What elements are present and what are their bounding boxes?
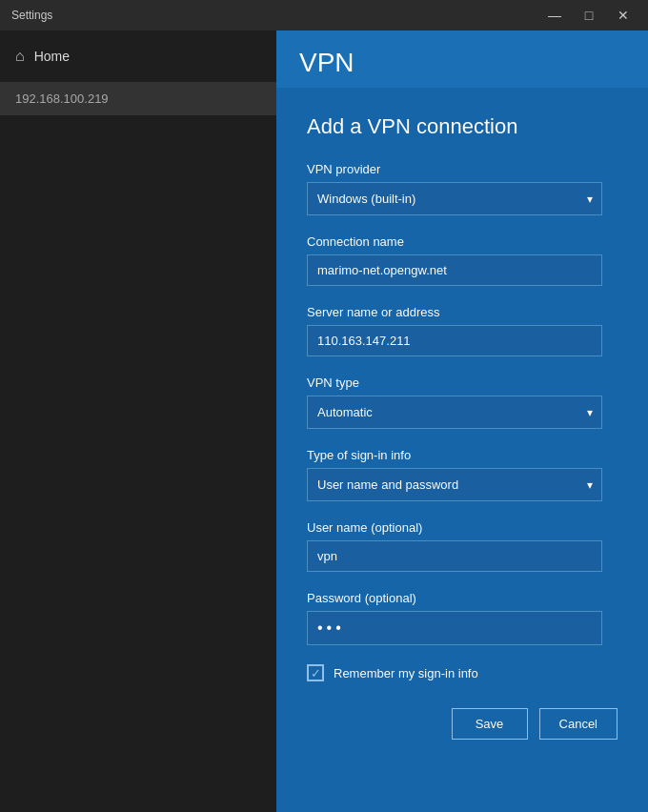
- remember-signin-row: ✓ Remember my sign-in info: [307, 664, 618, 681]
- cancel-button[interactable]: Cancel: [539, 708, 618, 740]
- connection-name-input[interactable]: [307, 254, 602, 286]
- sidebar-item-home[interactable]: ⌂ Home: [0, 30, 276, 82]
- vpn-type-field: VPN type Automatic ▾: [307, 376, 618, 429]
- vpn-type-label: VPN type: [307, 376, 618, 390]
- window-controls: — □ ✕: [541, 6, 637, 25]
- server-name-field: Server name or address: [307, 305, 618, 356]
- maximize-button[interactable]: □: [576, 6, 602, 25]
- sign-in-type-field: Type of sign-in info User name and passw…: [307, 448, 618, 501]
- user-name-field: User name (optional): [307, 520, 618, 572]
- connection-name-label: Connection name: [307, 234, 618, 249]
- sign-in-type-label: Type of sign-in info: [307, 448, 618, 462]
- vpn-header: VPN: [276, 30, 648, 88]
- app-title: Settings: [11, 9, 52, 22]
- form-buttons: Save Cancel: [307, 708, 618, 740]
- user-name-label: User name (optional): [307, 520, 618, 535]
- sign-in-type-select[interactable]: User name and password: [307, 468, 602, 501]
- main-content: VPN Add a VPN connection VPN provider Wi…: [276, 30, 648, 812]
- sign-in-type-select-wrapper: User name and password ▾: [307, 468, 602, 501]
- vpn-type-select[interactable]: Automatic: [307, 396, 602, 429]
- password-label: Password (optional): [307, 591, 618, 605]
- server-name-input[interactable]: [307, 325, 602, 356]
- password-field: Password (optional): [307, 591, 618, 645]
- vpn-provider-select[interactable]: Windows (built-in): [307, 182, 602, 215]
- save-button[interactable]: Save: [452, 708, 528, 740]
- vpn-provider-label: VPN provider: [307, 162, 618, 176]
- password-input[interactable]: [307, 611, 602, 645]
- server-name-label: Server name or address: [307, 305, 618, 319]
- vpn-provider-select-wrapper: Windows (built-in) ▾: [307, 182, 602, 215]
- page-title: VPN: [299, 48, 354, 77]
- vpn-type-select-wrapper: Automatic ▾: [307, 396, 602, 429]
- title-bar: Settings — □ ✕: [0, 0, 648, 30]
- checkmark-icon: ✓: [311, 667, 321, 680]
- vpn-provider-field: VPN provider Windows (built-in) ▾: [307, 162, 618, 215]
- minimize-button[interactable]: —: [541, 6, 568, 25]
- app-container: ⌂ Home 192.168.100.219 VPN Add a VPN con…: [0, 30, 648, 812]
- home-icon: ⌂: [15, 48, 25, 65]
- sidebar-vpn-item: 192.168.100.219: [0, 82, 276, 115]
- user-name-input[interactable]: [307, 540, 602, 572]
- remember-signin-checkbox[interactable]: ✓: [307, 664, 324, 681]
- connection-name-field: Connection name: [307, 234, 618, 286]
- form-title: Add a VPN connection: [307, 114, 618, 139]
- close-button[interactable]: ✕: [610, 6, 637, 25]
- sidebar-vpn-text: 192.168.100.219: [15, 91, 109, 106]
- sidebar-home-label: Home: [34, 49, 70, 64]
- remember-signin-label: Remember my sign-in info: [334, 666, 478, 680]
- form-area: Add a VPN connection VPN provider Window…: [276, 88, 648, 812]
- sidebar: ⌂ Home 192.168.100.219: [0, 30, 276, 812]
